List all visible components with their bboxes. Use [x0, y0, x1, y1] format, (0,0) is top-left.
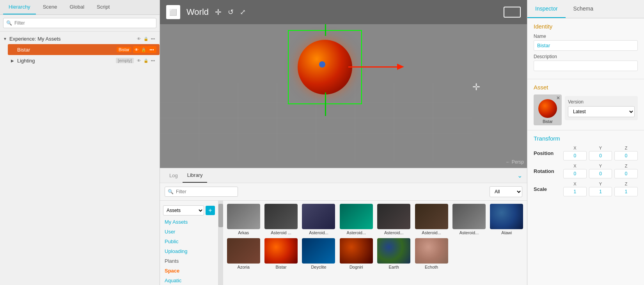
name-input[interactable] [534, 40, 638, 51]
rotate-icon[interactable]: ↺ [228, 8, 234, 16]
rotation-z-input[interactable] [614, 169, 638, 178]
asset-name-deyclite: Deyclite [311, 265, 326, 269]
library-filter-select[interactable]: All Models Textures Sounds [490, 186, 522, 197]
eye-icon[interactable]: 👁 [135, 35, 142, 42]
tab-library[interactable]: Library [183, 168, 208, 183]
library-filter-input[interactable] [165, 187, 238, 197]
add-asset-button[interactable]: + [206, 206, 215, 215]
hierarchy-filter-input[interactable] [3, 18, 156, 28]
scale-icon[interactable]: ⤢ [240, 8, 246, 16]
assets-dropdown[interactable]: Assets [163, 205, 204, 216]
scale-fields: X Y Z [563, 182, 638, 196]
asset-remove-icon[interactable]: ✕ [556, 95, 560, 101]
asset-item-asteroid4[interactable]: Asteroid... [377, 204, 411, 235]
asset-item-asteroid1[interactable]: Asteroid ... [264, 204, 298, 235]
asset-name-asteroid5: Asteroid... [422, 230, 441, 235]
tab-schema[interactable]: Schema [566, 0, 601, 18]
tab-inspector[interactable]: Inspector [527, 0, 566, 18]
position-fields: X Y Z [563, 146, 638, 160]
transform-heading: Transform [534, 135, 638, 142]
asset-thumbnail-btn[interactable]: ✕ Bistar [534, 94, 562, 125]
asset-item-asteroid2[interactable]: Asteroid... [302, 204, 336, 235]
asset-item-arkas[interactable]: Arkas [226, 204, 261, 235]
asset-section: Asset ✕ Bistar Version Latest 1.0 2.0 [527, 79, 644, 130]
lock-icon[interactable]: 🔒 [142, 35, 149, 42]
hierarchy-search-area: 🔍 [0, 15, 160, 32]
library-search-icon: 🔍 [168, 189, 174, 194]
aspect-ratio-btn[interactable] [504, 7, 521, 18]
scale-z-input[interactable] [614, 187, 638, 196]
asset-name-asteroid2: Asteroid... [309, 230, 328, 235]
position-label: Position [534, 150, 561, 156]
asset-item-echoth[interactable]: Echoth [414, 238, 449, 269]
tab-log[interactable]: Log [165, 169, 183, 182]
asset-name-bistar: Bistar [276, 265, 287, 269]
rotation-label: Rotation [534, 168, 561, 174]
scale-x-group: X [563, 182, 587, 196]
lighting-more-icon[interactable]: ••• [149, 57, 156, 64]
asset-item-deyclite[interactable]: Deyclite [302, 238, 336, 269]
asset-item-earth[interactable]: Earth [377, 238, 411, 269]
nav-my-assets[interactable]: My Assets [160, 217, 218, 227]
scale-y-axis-label: Y [589, 182, 612, 186]
lighting-eye-icon[interactable]: 👁 [135, 57, 142, 64]
persp-label: ← Persp [506, 159, 524, 165]
tab-global[interactable]: Global [64, 0, 90, 14]
tree-item-experience[interactable]: ▼ Experience: My Assets 👁 🔒 ••• [0, 33, 160, 44]
sidebar-scrollbar[interactable] [218, 201, 223, 285]
asset-thumb-asteroid4 [377, 204, 410, 229]
y-axis [325, 24, 326, 36]
pos-y-axis-label: Y [589, 146, 612, 150]
asset-thumb-asteroid6 [452, 204, 486, 229]
bottom-panel: Log Library ⌄ 🔍 All Models Textures Soun… [160, 168, 527, 285]
description-input[interactable] [534, 61, 638, 71]
nav-aquatic[interactable]: Aquatic [160, 276, 218, 285]
world-icon-btn[interactable]: ⬜ [166, 5, 180, 19]
lighting-arrow: ▶ [11, 59, 17, 63]
world-label: World [186, 7, 209, 17]
bistar-more-icon[interactable]: ••• [147, 46, 156, 53]
viewport-3d[interactable]: ✛ ← Persp [160, 24, 527, 168]
position-x-input[interactable] [563, 151, 587, 160]
nav-uploading[interactable]: Uploading [160, 246, 218, 256]
asset-item-bistar[interactable]: Bistar [264, 238, 298, 269]
lighting-label: Lighting [17, 58, 116, 64]
position-z-input[interactable] [614, 151, 638, 160]
tab-script[interactable]: Script [91, 0, 115, 14]
tab-hierarchy[interactable]: Hierarchy [3, 0, 36, 14]
bistar-eye-icon[interactable]: 👁 [133, 46, 140, 53]
filter-bar: 🔍 All Models Textures Sounds [160, 183, 527, 201]
tab-scene[interactable]: Scene [37, 0, 63, 14]
scale-x-input[interactable] [563, 187, 587, 196]
asset-name-echoth: Echoth [425, 265, 438, 269]
bistar-lock-icon[interactable]: 🔒 [140, 46, 147, 53]
asset-preview-name: Bistar [543, 119, 553, 124]
rotation-x-input[interactable] [563, 169, 587, 178]
nav-user[interactable]: User [160, 227, 218, 237]
tree-item-lighting[interactable]: ▶ Lighting [empty] 👁 🔒 ••• [8, 55, 160, 66]
version-select[interactable]: Latest 1.0 2.0 [568, 106, 635, 117]
asset-item-atawi[interactable]: Atawi [490, 204, 524, 235]
asset-thumb-deyclite [302, 238, 335, 264]
bottom-chevron-icon[interactable]: ⌄ [517, 172, 522, 179]
gizmo-object: ✛ [472, 82, 480, 93]
assets-grid-panel: Arkas Asteroid ... Asteroid... Asteroid.… [223, 201, 527, 285]
asset-item-dogniri[interactable]: Dogniri [339, 238, 373, 269]
rotation-z-group: Z [614, 164, 638, 178]
position-y-input[interactable] [589, 151, 612, 160]
scale-y-input[interactable] [589, 187, 612, 196]
asset-item-asteroid3[interactable]: Asteroid... [339, 204, 373, 235]
search-icon: 🔍 [6, 20, 12, 26]
nav-space[interactable]: Space [160, 266, 218, 276]
nav-plants[interactable]: Plants [160, 256, 218, 266]
lighting-lock-icon[interactable]: 🔒 [142, 57, 149, 64]
tree-item-bistar[interactable]: Bistar Bistar 👁 🔒 ••• [8, 44, 160, 55]
asset-item-asteroid6[interactable]: Asteroid... [452, 204, 486, 235]
more-icon[interactable]: ••• [149, 35, 156, 42]
asset-item-asteroid5[interactable]: Asteroid... [414, 204, 449, 235]
rot-y-axis-label: Y [589, 164, 612, 168]
rotation-y-input[interactable] [589, 169, 612, 178]
move-icon[interactable]: ✛ [215, 7, 222, 17]
asset-item-azoria[interactable]: Azoria [226, 238, 261, 269]
nav-public[interactable]: Public [160, 237, 218, 246]
